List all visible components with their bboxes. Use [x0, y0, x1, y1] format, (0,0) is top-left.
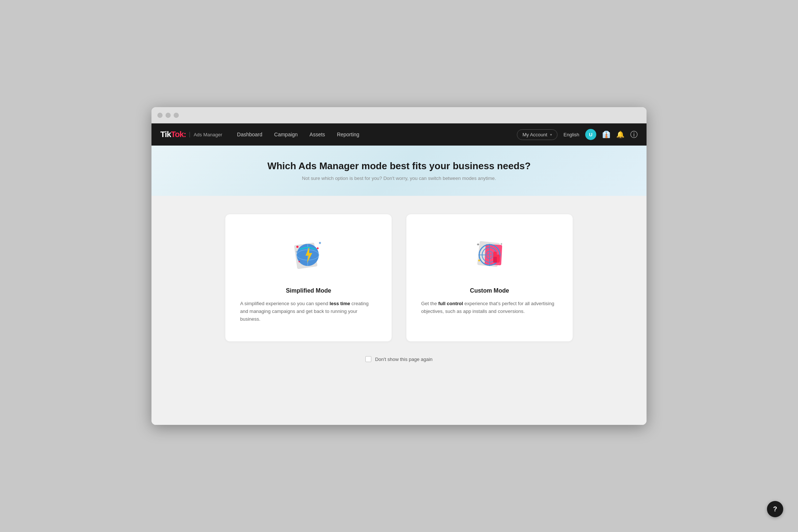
simplified-mode-card[interactable]: ✦ + Simplified Mode A simplified experie…	[225, 214, 392, 341]
user-avatar[interactable]: U	[585, 129, 596, 140]
my-account-label: My Account	[522, 132, 547, 137]
svg-point-20	[478, 260, 480, 262]
main-content: ✦ + Simplified Mode A simplified experie…	[151, 196, 647, 425]
simplified-illustration: ✦ +	[240, 233, 377, 277]
svg-text:✦: ✦	[476, 242, 480, 247]
language-label: English	[563, 132, 579, 137]
browser-titlebar	[151, 107, 647, 123]
custom-illustration: ✦ ✦	[421, 233, 558, 277]
bell-icon[interactable]: 🔔	[616, 130, 624, 139]
help-question-icon: ?	[773, 505, 777, 513]
browser-dot-red	[157, 113, 163, 118]
browser-window: TikTok: Ads Manager Dashboard Campaign A…	[151, 107, 647, 425]
dont-show-checkbox-row[interactable]: Don't show this page again	[365, 356, 433, 362]
svg-point-5	[296, 246, 299, 248]
svg-point-7	[299, 261, 300, 262]
dont-show-label: Don't show this page again	[375, 357, 433, 362]
simplified-mode-description: A simplified experience so you can spend…	[240, 300, 377, 323]
nav-assets[interactable]: Assets	[310, 132, 325, 137]
floating-help-button[interactable]: ?	[767, 501, 783, 517]
custom-mode-description: Get the full control experience that's p…	[421, 300, 558, 316]
navbar: TikTok: Ads Manager Dashboard Campaign A…	[151, 123, 647, 146]
tiktok-logo: TikTok:	[160, 130, 186, 139]
navbar-right: My Account ▾ English U 👔 🔔 ⓘ	[517, 129, 638, 140]
nav-campaign[interactable]: Campaign	[274, 132, 298, 137]
my-account-dropdown[interactable]: My Account ▾	[517, 129, 557, 140]
svg-text:✦: ✦	[318, 241, 322, 246]
ads-manager-label: Ads Manager	[190, 132, 222, 137]
tiktok-colon: :	[184, 130, 186, 139]
simplified-mode-title: Simplified Mode	[286, 287, 331, 294]
user-initial: U	[589, 132, 592, 137]
custom-mode-title: Custom Mode	[470, 287, 509, 294]
question-icon[interactable]: ⓘ	[630, 130, 638, 140]
custom-mode-card[interactable]: ✦ ✦ Custom Mode Get the full control exp…	[406, 214, 573, 341]
chevron-down-icon: ▾	[550, 133, 552, 137]
svg-text:+: +	[296, 250, 298, 254]
svg-point-6	[317, 248, 319, 249]
nav-reporting[interactable]: Reporting	[337, 132, 359, 137]
logo-area: TikTok: Ads Manager	[160, 130, 222, 139]
browser-dot-yellow	[166, 113, 171, 118]
hero-banner: Which Ads Manager mode best fits your bu…	[151, 146, 647, 196]
svg-text:✦: ✦	[500, 242, 503, 246]
briefcase-icon[interactable]: 👔	[602, 130, 610, 139]
hero-title: Which Ads Manager mode best fits your bu…	[159, 160, 639, 172]
cards-container: ✦ + Simplified Mode A simplified experie…	[225, 214, 573, 341]
tiktok-logo-dot: Tok	[171, 130, 183, 139]
dont-show-checkbox[interactable]	[365, 356, 371, 362]
nav-links: Dashboard Campaign Assets Reporting	[237, 132, 517, 137]
hero-subtitle: Not sure which option is best for you? D…	[159, 175, 639, 181]
nav-dashboard[interactable]: Dashboard	[237, 132, 263, 137]
svg-rect-17	[493, 257, 497, 263]
browser-dot-green	[174, 113, 179, 118]
